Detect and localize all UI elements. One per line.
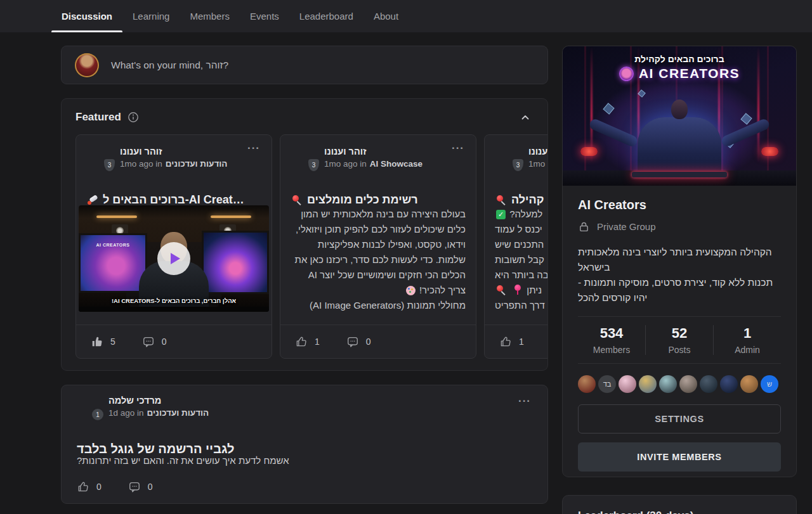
card-footer: 1 <box>485 324 547 358</box>
info-icon[interactable] <box>128 112 139 123</box>
thumbs-up-filled-icon <box>91 335 103 348</box>
post-title[interactable]: ברוכים הבאים ל-AI Creat… <box>86 193 261 207</box>
current-user-avatar[interactable] <box>75 53 99 77</box>
member-avatar[interactable]: בד <box>598 375 616 393</box>
thumbs-up-icon <box>77 480 89 493</box>
stat-label: Members <box>578 345 645 355</box>
post-menu-icon[interactable] <box>244 141 264 155</box>
thumbs-up-icon <box>499 335 512 348</box>
post-title[interactable]: רשימת כלים מומלצים <box>291 193 466 207</box>
space-name[interactable]: AI Showcase <box>370 159 422 169</box>
author-avatar[interactable]: 3 <box>495 145 520 170</box>
pushpin-emoji <box>496 195 507 205</box>
studio-light <box>96 215 137 218</box>
play-button[interactable] <box>157 242 190 275</box>
member-avatar[interactable] <box>619 375 636 393</box>
member-avatar[interactable] <box>578 375 596 393</box>
stat-label: Posts <box>646 345 713 355</box>
card-footer: 5 0 <box>76 324 272 358</box>
comment-icon <box>142 335 155 348</box>
featured-card-welcome-video[interactable]: 3 זוהר וענונו 1mo ago in הודעות ועדכונים… <box>75 134 272 359</box>
group-description-line: בישראל <box>578 260 781 275</box>
stat-posts[interactable]: 52Posts <box>645 325 713 355</box>
like-button[interactable]: 0 <box>77 480 102 493</box>
tab-learning[interactable]: Learning <box>122 0 180 32</box>
comment-icon <box>346 335 359 348</box>
video-caption: אהלן חברים, ברוכים הבאים ל-AI CREATORS! <box>79 297 269 304</box>
like-count: 5 <box>110 337 115 347</box>
featured-card-community[interactable]: 3 זוהר וענונו 1mo ago in קהילה למעלה? יכ… <box>484 134 547 359</box>
feed-post[interactable]: 1 מרדכי שלמה 1d ago in הודעות ועדכונים ל… <box>61 385 548 504</box>
like-button[interactable]: 1 <box>499 335 524 348</box>
leaderboard-title: Leaderboard (30-days) <box>563 496 796 514</box>
post-body-line: בה ביותר היא <box>495 267 547 283</box>
author-name[interactable]: זוהר וענונו <box>528 146 547 157</box>
post-title[interactable]: קהילה <box>495 193 547 207</box>
like-button[interactable]: 1 <box>295 335 320 348</box>
left-monitor: AI CREATORS <box>79 233 147 293</box>
group-description-line: הקהילה המקצועית ביותר ליוצרי בינה מלאכות… <box>578 245 781 260</box>
comment-button[interactable]: 0 <box>142 335 167 348</box>
tab-events[interactable]: Events <box>240 0 289 32</box>
post-menu-icon[interactable] <box>448 141 468 155</box>
comment-count: 0 <box>162 337 167 347</box>
studio-light <box>211 215 251 218</box>
author-avatar[interactable]: 3 <box>86 145 112 170</box>
pushpin-emoji <box>496 285 507 295</box>
group-banner: ברוכים הבאים לקהילת AI CREATORS <box>563 46 796 186</box>
member-avatar[interactable] <box>639 375 657 393</box>
post-body: בעולם היצירה עם בינה מלאכותית יש המון כל… <box>291 207 466 324</box>
author-avatar[interactable]: 3 <box>291 145 316 170</box>
pushpin-emoji <box>292 195 303 205</box>
like-count: 0 <box>96 482 102 492</box>
like-button[interactable]: 5 <box>91 335 115 348</box>
rocket-emoji <box>88 195 98 205</box>
post-meta: 1mo ago in AI Showcase <box>324 159 422 169</box>
brain-icon <box>619 67 634 81</box>
level-badge: 3 <box>511 158 525 172</box>
post-menu-icon[interactable] <box>514 394 535 408</box>
member-avatar[interactable]: ש <box>761 375 778 393</box>
video-thumbnail[interactable]: AI CREATORS אהלן חברים, ברוכים הבאים ל-A… <box>79 205 269 312</box>
post-footer: 0 0 <box>77 480 153 493</box>
tab-discussion[interactable]: Discussion <box>51 0 122 32</box>
level-badge: 3 <box>103 158 116 172</box>
card-footer: 1 0 <box>280 324 476 358</box>
tab-members[interactable]: Members <box>180 0 240 32</box>
leaderboard-card: Leaderboard (30-days) <box>562 495 797 514</box>
group-privacy: Private Group <box>578 221 781 233</box>
author-avatar[interactable]: 1 <box>75 394 100 420</box>
comment-button[interactable]: 0 <box>128 480 153 493</box>
collapse-chevron-up-icon[interactable] <box>520 112 531 123</box>
member-avatar[interactable] <box>679 375 697 393</box>
stat-admin[interactable]: 1Admin <box>713 325 781 355</box>
comment-count: 0 <box>366 337 371 347</box>
invite-members-button[interactable]: INVITE MEMBERS <box>578 442 781 472</box>
author-name[interactable]: זוהר וענונו <box>120 146 227 157</box>
tab-leaderboard[interactable]: Leaderboard <box>289 0 363 32</box>
space-name[interactable]: הודעות ועדכונים <box>166 159 228 169</box>
member-avatar[interactable] <box>659 375 677 393</box>
banner-brand: AI CREATORS <box>563 66 796 81</box>
check-emoji <box>496 210 506 219</box>
like-count: 1 <box>519 337 524 347</box>
post-meta: 1mo ago in הודעות ועדכונים <box>120 159 227 169</box>
group-description-line: תכנות ללא קוד, יצירת סרטים, מוסיקה ותמונ… <box>578 275 781 290</box>
card-header: 3 זוהר וענונו 1mo ago in AI Showcase <box>291 145 466 170</box>
post-composer[interactable]: What's on your mind, זוהר? <box>61 46 548 84</box>
comment-button[interactable]: 0 <box>346 335 371 348</box>
comment-count: 0 <box>148 482 153 492</box>
featured-card-tools-list[interactable]: 3 זוהר וענונו 1mo ago in AI Showcase רשי… <box>280 134 476 359</box>
member-avatar[interactable] <box>700 375 717 393</box>
author-name[interactable]: מרדכי שלמה <box>108 395 209 406</box>
space-name[interactable]: הודעות ועדכונים <box>147 408 209 418</box>
post-title[interactable]: לגביי הרשמה של גוגל בלבד <box>77 442 532 456</box>
tab-about[interactable]: About <box>363 0 409 32</box>
member-avatar[interactable] <box>740 375 758 393</box>
card-header: 3 זוהר וענונו 1mo ago in <box>495 145 547 170</box>
right-monitor <box>202 231 269 294</box>
settings-button[interactable]: SETTINGS <box>578 404 781 434</box>
member-avatar[interactable] <box>720 375 738 393</box>
author-name[interactable]: זוהר וענונו <box>324 146 422 157</box>
stat-members[interactable]: 534Members <box>578 325 645 355</box>
